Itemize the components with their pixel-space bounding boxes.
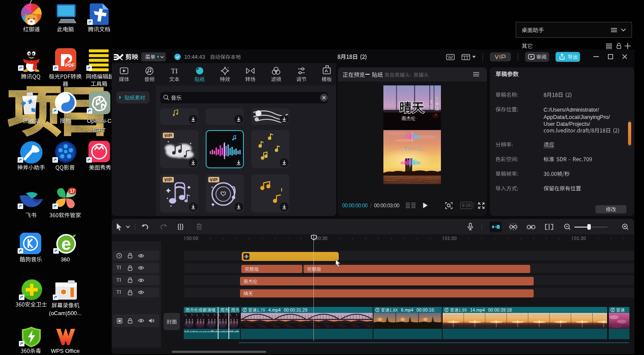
svg-text:PDF: PDF — [65, 63, 75, 68]
svg-text:TI: TI — [171, 67, 178, 75]
svg-text:e: e — [61, 234, 71, 253]
svg-text:17: 17 — [70, 189, 75, 194]
